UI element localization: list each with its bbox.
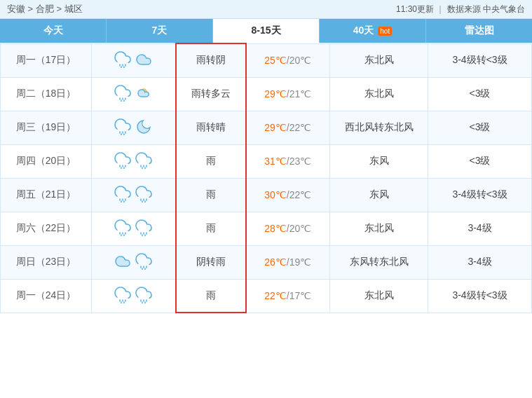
wind-dir-cell: 东北风 (330, 43, 428, 77)
weather-desc-cell: 雨转阴 (176, 43, 246, 77)
day-cell: 周六（22日） (1, 212, 92, 245)
moon-icon (135, 118, 152, 137)
temp-cell: 28℃/20℃ (246, 212, 330, 245)
temp-cell: 26℃/19℃ (246, 245, 330, 279)
temp-separator: /23℃ (287, 156, 311, 167)
temp-high: 30℃ (264, 189, 287, 200)
temp-separator: /19℃ (287, 256, 311, 268)
rain-icon (114, 287, 131, 306)
day-cell: 周二（18日） (1, 77, 92, 111)
tab-8-15day[interactable]: 8-15天 (213, 19, 320, 43)
table-row: 周六（22日） 雨28℃/20℃东北风3-4级 (1, 212, 532, 245)
weather-desc-cell: 雨转多云 (176, 77, 246, 111)
tab-today[interactable]: 今天 (0, 19, 107, 43)
weather-desc-cell: 雨 (176, 279, 246, 313)
day-cell: 周五（21日） (1, 178, 92, 212)
temp-separator: /20℃ (287, 55, 311, 66)
day-cell: 周一（24日） (1, 279, 92, 313)
icons-cell (92, 279, 176, 313)
icons-cell (92, 43, 176, 77)
wind-level-cell: 3-4级转<3级 (428, 279, 532, 313)
hot-badge: hot (378, 27, 392, 36)
temp-high: 25℃ (264, 55, 287, 66)
tab-40day[interactable]: 40天 hot (320, 19, 426, 43)
table-row: 周四（20日） 雨31℃/23℃东风<3级 (1, 144, 532, 178)
wind-dir-cell: 东风转东北风 (330, 245, 428, 279)
wind-level-cell: 3-4级转<3级 (428, 43, 532, 77)
cloud-icon (135, 51, 152, 70)
wind-level-cell: 3-4级 (428, 212, 532, 245)
tabs: 今天 7天 8-15天 40天 hot 雷达图 (0, 19, 532, 43)
temp-cell: 25℃/20℃ (246, 43, 330, 77)
table-row: 周三（19日） 雨转晴29℃/22℃西北风转东北风<3级 (1, 111, 532, 144)
temp-high: 31℃ (264, 156, 287, 167)
temp-high: 28℃ (264, 223, 287, 234)
temp-high: 29℃ (264, 88, 287, 100)
temp-high: 29℃ (264, 122, 287, 133)
update-info: 11:30更新 ｜ 数据来源 中央气象台 (396, 4, 525, 15)
weather-desc-cell: 雨 (176, 178, 246, 212)
table-row: 周五（21日） 雨30℃/22℃东风3-4级转<3级 (1, 178, 532, 212)
rain2-icon (135, 219, 152, 238)
wind-dir-cell: 东北风 (330, 212, 428, 245)
top-bar: 安徽 > 合肥 > 城区 11:30更新 ｜ 数据来源 中央气象台 (0, 0, 532, 19)
icons-cell (92, 144, 176, 178)
temp-separator: /22℃ (287, 189, 311, 200)
weather-desc-cell: 雨转晴 (176, 111, 246, 144)
weather-desc-cell: 雨 (176, 212, 246, 245)
temp-cell: 29℃/21℃ (246, 77, 330, 111)
tab-radar[interactable]: 雷达图 (426, 19, 532, 43)
temp-cell: 22℃/17℃ (246, 279, 330, 313)
icons-cell (92, 245, 176, 279)
day-cell: 周三（19日） (1, 111, 92, 144)
temp-separator: /17℃ (287, 290, 311, 301)
partcloud-icon (135, 85, 152, 104)
tab-7day[interactable]: 7天 (107, 19, 213, 43)
day-cell: 周日（23日） (1, 245, 92, 279)
rain-icon (114, 152, 131, 171)
cloud2-icon (114, 253, 131, 272)
table-row: 周一（17日） 雨转阴25℃/20℃东北风3-4级转<3级 (1, 43, 532, 77)
temp-separator: /22℃ (287, 122, 311, 133)
breadcrumb: 安徽 > 合肥 > 城区 (7, 3, 83, 15)
wind-level-cell: 3-4级 (428, 245, 532, 279)
weather-desc-cell: 阴转雨 (176, 245, 246, 279)
update-source: 数据来源 中央气象台 (447, 4, 525, 14)
rain-icon (114, 219, 131, 238)
wind-dir-cell: 东风 (330, 178, 428, 212)
temp-high: 22℃ (264, 290, 287, 301)
icons-cell (92, 111, 176, 144)
wind-dir-cell: 东北风 (330, 279, 428, 313)
rain2-icon (135, 253, 152, 272)
rain2-icon (135, 152, 152, 171)
table-row: 周二（18日） 雨转多云29℃/21℃东北风<3级 (1, 77, 532, 111)
wind-dir-cell: 东北风 (330, 77, 428, 111)
temp-cell: 29℃/22℃ (246, 111, 330, 144)
icons-cell (92, 212, 176, 245)
weather-desc-cell: 雨 (176, 144, 246, 178)
icons-cell (92, 77, 176, 111)
temp-cell: 30℃/22℃ (246, 178, 330, 212)
rain-icon (114, 118, 131, 137)
wind-level-cell: <3级 (428, 144, 532, 178)
temp-separator: /20℃ (287, 223, 311, 234)
weather-table: 周一（17日） 雨转阴25℃/20℃东北风3-4级转<3级周二（18日） 雨转多… (0, 43, 532, 313)
rain-icon (114, 186, 131, 205)
wind-dir-cell: 东风 (330, 144, 428, 178)
rain2-icon (135, 287, 152, 306)
temp-cell: 31℃/23℃ (246, 144, 330, 178)
rain-icon (114, 51, 131, 70)
day-cell: 周四（20日） (1, 144, 92, 178)
table-row: 周一（24日） 雨22℃/17℃东北风3-4级转<3级 (1, 279, 532, 313)
day-cell: 周一（17日） (1, 43, 92, 77)
rain2-icon (135, 186, 152, 205)
rain-icon (114, 85, 131, 104)
wind-level-cell: <3级 (428, 111, 532, 144)
temp-separator: /21℃ (287, 88, 311, 100)
update-time: 11:30更新 (396, 4, 434, 14)
wind-level-cell: <3级 (428, 77, 532, 111)
wind-dir-cell: 西北风转东北风 (330, 111, 428, 144)
wind-level-cell: 3-4级转<3级 (428, 178, 532, 212)
temp-high: 26℃ (264, 256, 287, 268)
icons-cell (92, 178, 176, 212)
